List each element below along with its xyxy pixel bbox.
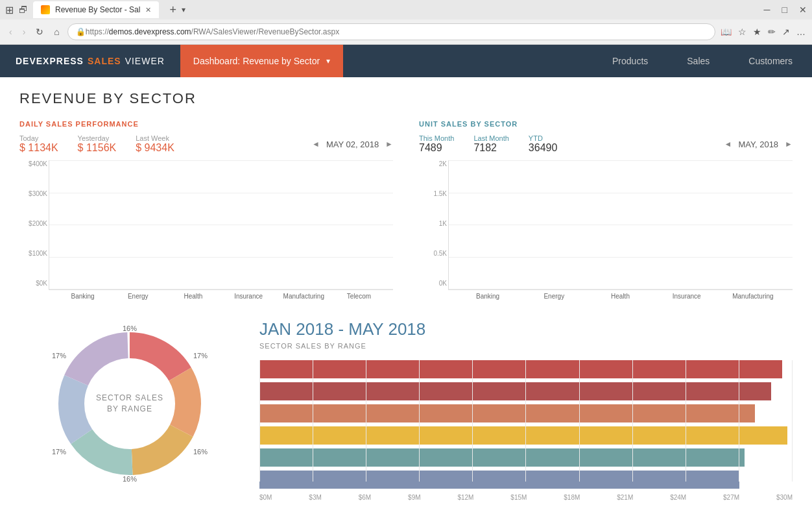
- unit-lastmonth: Last Month 7182: [473, 134, 508, 154]
- dashboard-label: Dashboard: Revenue by Sector: [193, 56, 320, 66]
- today-value: $ 1134K: [19, 142, 58, 154]
- maximize-button[interactable]: □: [782, 5, 787, 15]
- label-banking: Banking: [55, 293, 110, 300]
- donut-pct-top: 16%: [123, 324, 137, 332]
- url-domain: demos.devexpress.com: [109, 27, 191, 36]
- unit-sales-subtitle: UNIT SALES BY SECTOR: [419, 120, 793, 128]
- hbar-3: [259, 404, 755, 422]
- nav-products[interactable]: Products: [593, 45, 667, 77]
- donut-pct-bottom: 16%: [123, 475, 137, 483]
- unit-chart-area: [448, 160, 793, 290]
- lastweek-value: $ 9434K: [136, 142, 174, 154]
- logo-devexpress: DEVEXPRESS: [16, 56, 84, 66]
- url-path: /RWA/SalesViewer/RevenueBySector.aspx: [191, 27, 340, 36]
- daily-bar-chart: $400K $300K $200K $100K $0K: [49, 160, 393, 300]
- tab-close-button[interactable]: ✕: [145, 6, 151, 14]
- close-button[interactable]: ✕: [799, 5, 807, 15]
- ytd-value: 36490: [529, 142, 558, 154]
- hbar-2: [259, 382, 771, 400]
- reload-button[interactable]: ↻: [33, 24, 46, 40]
- unit-sales-panel: UNIT SALES BY SECTOR This Month 7489 Las…: [419, 120, 793, 300]
- tab-title: Revenue By Sector - Sal: [55, 5, 140, 14]
- unit-next-button[interactable]: ►: [785, 140, 793, 149]
- donut-pct-bottomleft: 17%: [52, 448, 66, 456]
- unit-date-nav: ◄ MAY, 2018 ►: [724, 140, 793, 149]
- share-icon[interactable]: ↗: [782, 27, 790, 37]
- tab-favicon: [41, 5, 50, 14]
- browser-nav: ‹ › ↻ ⌂ 🔒 https://demos.devexpress.com/R…: [0, 19, 812, 44]
- tab-list-button[interactable]: ▾: [182, 5, 185, 14]
- nav-sales[interactable]: Sales: [667, 45, 729, 77]
- today-label: Today: [19, 134, 58, 142]
- hbar-xaxis: $0M $3M $6M $9M $12M $15M $18M $21M $24M…: [259, 494, 793, 501]
- page-title: REVENUE BY SECTOR: [19, 90, 793, 107]
- reader-icon[interactable]: 📖: [721, 27, 732, 37]
- home-button[interactable]: ⌂: [51, 24, 62, 40]
- app-header: DEVEXPRESS SALES VIEWER Dashboard: Reven…: [0, 45, 812, 77]
- donut-pct-topleft: 17%: [52, 352, 66, 360]
- lastmonth-value: 7182: [473, 142, 508, 154]
- bottom-row: SECTOR SALES BY RANGE 16% 17% 16% 16% 17…: [19, 319, 793, 501]
- daily-chart-area: [49, 160, 393, 290]
- yesterday-label: Yesterday: [78, 134, 117, 142]
- label-insurance: Insurance: [221, 293, 276, 300]
- thismonth-label: This Month: [419, 134, 454, 142]
- dashboard-dropdown-icon: ▾: [326, 56, 330, 66]
- collections-icon[interactable]: ★: [753, 27, 761, 37]
- ulabel-energy: Energy: [521, 293, 587, 300]
- notes-icon[interactable]: ✏: [768, 27, 776, 37]
- window-icon2: 🗗: [19, 5, 28, 15]
- unit-yaxis: 2K 1.5K 1K 0.5K 0K: [421, 160, 447, 287]
- new-tab-button[interactable]: +: [169, 3, 176, 17]
- back-button[interactable]: ‹: [6, 24, 15, 40]
- unit-prev-button[interactable]: ◄: [724, 140, 732, 149]
- ytd-label: YTD: [529, 134, 558, 142]
- hbar-5: [259, 448, 745, 467]
- ulabel-insurance: Insurance: [654, 293, 720, 300]
- daily-sales-subtitle: DAILY SALES PERFORMANCE: [19, 120, 393, 128]
- hbar-area: $0M $3M $6M $9M $12M $15M $18M $21M $24M…: [259, 360, 793, 501]
- label-health: Health: [165, 293, 221, 300]
- app-logo: DEVEXPRESS SALES VIEWER: [0, 45, 180, 77]
- daily-prev-button[interactable]: ◄: [312, 140, 320, 149]
- browser-tab[interactable]: Revenue By Sector - Sal ✕: [33, 1, 159, 18]
- donut-pct-bottomright: 16%: [193, 448, 208, 456]
- url-prefix: https://: [86, 27, 109, 36]
- browser-chrome: ⊞ 🗗 Revenue By Sector - Sal ✕ + ▾ ─ □ ✕ …: [0, 0, 812, 45]
- charts-row: DAILY SALES PERFORMANCE Today $ 1134K Ye…: [19, 120, 793, 300]
- label-manufacturing: Manufacturing: [276, 293, 331, 300]
- daily-stats-row: Today $ 1134K Yesterday $ 1156K Last Wee…: [19, 134, 393, 154]
- stat-yesterday: Yesterday $ 1156K: [78, 134, 117, 154]
- unit-thismonth: This Month 7489: [419, 134, 454, 154]
- bar-groups: [49, 160, 393, 289]
- lastmonth-label: Last Month: [473, 134, 508, 142]
- hbar-4: [259, 426, 787, 445]
- label-telecom: Telecom: [331, 293, 387, 300]
- nav-dashboard[interactable]: Dashboard: Revenue by Sector ▾: [180, 45, 343, 77]
- daily-next-button[interactable]: ►: [385, 140, 393, 149]
- hbar-1: [259, 360, 782, 378]
- stat-lastweek: Last Week $ 9434K: [136, 134, 174, 154]
- forward-button[interactable]: ›: [20, 24, 29, 40]
- unit-bar-groups: [449, 160, 793, 289]
- url-lock-icon: 🔒: [76, 27, 86, 36]
- daily-date: MAY 02, 2018: [326, 140, 379, 149]
- unit-date: MAY, 2018: [738, 140, 778, 149]
- hbar-row-2: [259, 382, 793, 400]
- hbar-row-6: [259, 471, 793, 489]
- ulabel-banking: Banking: [455, 293, 521, 300]
- nav-links: Products Sales Customers: [593, 45, 812, 77]
- favorites-icon[interactable]: ☆: [738, 27, 746, 37]
- unit-bar-chart: 2K 1.5K 1K 0.5K 0K: [448, 160, 793, 300]
- minimize-button[interactable]: ─: [764, 5, 770, 15]
- menu-icon[interactable]: …: [796, 27, 806, 37]
- unit-xaxis: Banking Energy Health Insurance Manufact…: [448, 293, 793, 300]
- hbar-row-5: [259, 448, 793, 467]
- nav-customers[interactable]: Customers: [729, 45, 812, 77]
- logo-viewer: VIEWER: [125, 56, 165, 66]
- yesterday-value: $ 1156K: [78, 142, 117, 154]
- address-bar[interactable]: 🔒 https://demos.devexpress.com/RWA/Sales…: [67, 23, 715, 40]
- stat-today: Today $ 1134K: [19, 134, 58, 154]
- browser-nav-icons: 📖 ☆ ★ ✏ ↗ …: [721, 27, 806, 37]
- main-content: REVENUE BY SECTOR DAILY SALES PERFORMANC…: [0, 77, 812, 514]
